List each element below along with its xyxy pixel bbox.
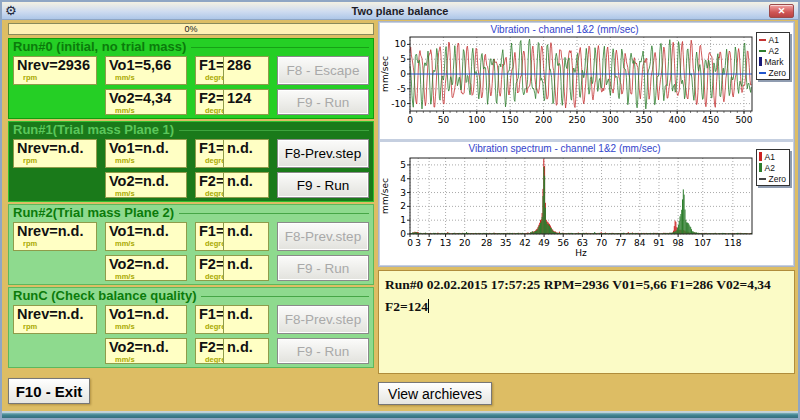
section-grid: Nrev=n.d.rpmVo1=n.d.mm/sF1=degreen.d.F8-… — [13, 305, 369, 364]
f1-value-cell: n.d. — [223, 139, 269, 168]
svg-text:20: 20 — [459, 238, 471, 248]
svg-text:91: 91 — [653, 238, 664, 248]
section-title: Run#2(Trial mass Plane 2) — [13, 206, 369, 220]
unit-label: degree — [205, 107, 220, 114]
svg-text:13: 13 — [440, 238, 451, 248]
f1-label-cell: F1=degree — [195, 139, 223, 168]
progress-label: 0% — [184, 25, 197, 34]
svg-text:200: 200 — [535, 115, 552, 125]
nrev-field: Nrev=n.d.rpm — [13, 139, 97, 168]
svg-text:107: 107 — [694, 238, 711, 248]
window-bottom-border — [2, 411, 798, 418]
svg-text:5: 5 — [400, 160, 406, 170]
section-title: RunC (Check balance quality) — [13, 289, 369, 303]
nrev-field: Nrev=n.d.rpm — [13, 305, 97, 334]
run-sections: Run#0 (initial, no trial mass)Nrev=2936r… — [8, 38, 374, 368]
nrev-field: Nrev=n.d.rpm — [13, 222, 97, 251]
unit-label: degree — [205, 273, 220, 280]
svg-text:350: 350 — [635, 115, 652, 125]
svg-text:49: 49 — [538, 238, 550, 248]
legend-label: Zero — [769, 174, 786, 184]
f8-button: F8-Prev.step — [277, 305, 369, 334]
unit-label: mm/s — [115, 240, 183, 247]
f2-field: F2=degreen.d. — [195, 255, 269, 281]
f1-label-cell: F1=degree — [195, 222, 223, 251]
vo1-field: Vo1=n.d.mm/s — [105, 222, 187, 251]
f8-button[interactable]: F8-Prev.step — [277, 139, 369, 168]
time-waveform-plot: 0501001502002503003504004505001050-5-10m… — [380, 23, 800, 139]
f2-value-cell: 124 — [223, 89, 269, 115]
f8-button: F8-Prev.step — [277, 222, 369, 251]
f9-button: F9 - Run — [277, 338, 369, 364]
spectrum-plot: 0371320283542495663707784919810711801234… — [380, 142, 800, 265]
svg-text:1: 1 — [400, 215, 406, 225]
legend-label: A2 — [769, 46, 779, 56]
close-button[interactable]: ✕ — [769, 4, 794, 18]
unit-label: mm/s — [115, 356, 183, 363]
vo2-field: Vo2=n.d.mm/s — [105, 255, 187, 281]
unit-label: degree — [205, 240, 220, 247]
svg-text:0: 0 — [400, 69, 406, 79]
f9-button: F9 - Run — [277, 89, 369, 115]
legend-label: A1 — [765, 152, 775, 162]
legend-item-zero: Zero — [759, 173, 786, 184]
svg-text:150: 150 — [502, 115, 519, 125]
two-plane-balance-window: ⚙ Two plane balance ✕ 0% Run#0 (initial,… — [0, 0, 800, 420]
empty-cell — [13, 172, 97, 198]
f9-button[interactable]: F9 - Run — [277, 172, 369, 198]
unit-label: degree — [205, 157, 220, 164]
section-title: Run#0 (initial, no trial mass) — [13, 40, 369, 54]
legend-swatch-icon — [759, 163, 762, 172]
svg-text:63: 63 — [577, 238, 588, 248]
svg-text:-10: -10 — [391, 99, 406, 109]
svg-text:400: 400 — [669, 115, 686, 125]
chart-legend: A1A2MarkZero — [756, 32, 790, 80]
unit-label: mm/s — [115, 107, 183, 114]
vibration-spectrum-chart: Vibration spectrum - channel 1&2 (mm/sec… — [380, 142, 793, 265]
title-bar: ⚙ Two plane balance ✕ — [2, 2, 798, 20]
svg-text:0: 0 — [407, 238, 413, 248]
f2-value-cell: n.d. — [223, 255, 269, 281]
bottom-button-row: View archieves — [378, 382, 795, 405]
f2-label-cell: F2=degree — [195, 172, 223, 198]
legend-label: A2 — [765, 163, 775, 173]
f1-field: F1=degreen.d. — [195, 139, 269, 168]
section-grid: Nrev=2936rpmVo1=5,66mm/sF1=degree286F8 -… — [13, 56, 369, 115]
exit-button[interactable]: F10 - Exit — [8, 378, 90, 404]
f9-button: F9 - Run — [277, 255, 369, 281]
f2-value-cell: n.d. — [223, 172, 269, 198]
unit-label: mm/s — [115, 190, 183, 197]
svg-text:300: 300 — [602, 115, 619, 125]
legend-swatch-icon — [759, 57, 762, 66]
svg-text:42: 42 — [519, 238, 530, 248]
svg-text:50: 50 — [438, 115, 450, 125]
legend-label: Mark — [765, 57, 784, 67]
f1-field: F1=degree286 — [195, 56, 269, 85]
svg-text:98: 98 — [672, 238, 684, 248]
unit-label: rpm — [23, 157, 93, 164]
f2-field: F2=degree124 — [195, 89, 269, 115]
view-archives-button[interactable]: View archieves — [378, 382, 492, 405]
unit-label: rpm — [23, 74, 93, 81]
legend-item-mark: Mark — [759, 56, 786, 67]
client-area: 0% Run#0 (initial, no trial mass)Nrev=29… — [2, 20, 798, 413]
f1-label-cell: F1=degree — [195, 305, 223, 334]
svg-text:450: 450 — [702, 115, 719, 125]
svg-text:5: 5 — [400, 54, 406, 64]
f1-field: F1=degreen.d. — [195, 305, 269, 334]
svg-text:-5: -5 — [397, 84, 406, 94]
unit-label: rpm — [23, 323, 93, 330]
vo2-field: Vo2=n.d.mm/s — [105, 338, 187, 364]
run-section-0: Run#0 (initial, no trial mass)Nrev=2936r… — [8, 38, 374, 119]
section-grid: Nrev=n.d.rpmVo1=n.d.mm/sF1=degreen.d.F8-… — [13, 139, 369, 198]
vo2-field: Vo2=4,34mm/s — [105, 89, 187, 115]
f8-button: F8 - Escape — [277, 56, 369, 85]
f2-value-cell: n.d. — [223, 338, 269, 364]
legend-swatch-icon — [759, 50, 766, 52]
legend-item-a2: A2 — [759, 45, 786, 56]
measurement-log[interactable]: Run#0 02.02.2015 17:57:25 RPM=2936 V01=5… — [378, 270, 795, 374]
svg-text:mm/sec: mm/sec — [380, 56, 390, 92]
section-title: Run#1(Trial mass Plane 1) — [13, 123, 369, 137]
f1-field: F1=degreen.d. — [195, 222, 269, 251]
svg-text:28: 28 — [481, 238, 493, 248]
